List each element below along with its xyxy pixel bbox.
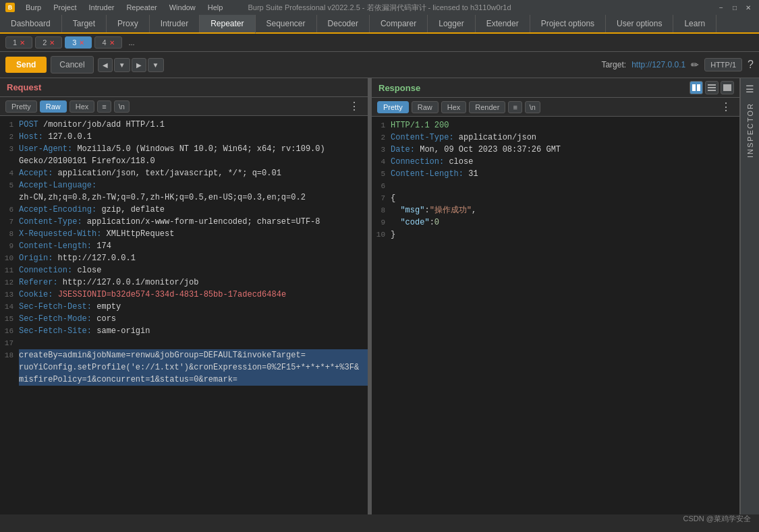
response-render-button[interactable]: Render xyxy=(469,101,505,113)
menu-intruder[interactable]: Intruder xyxy=(84,2,120,13)
cancel-button[interactable]: Cancel xyxy=(51,56,93,73)
request-follow-redirect-button[interactable]: ≡ xyxy=(97,100,111,113)
right-sidebar: ☰ INSPECTOR xyxy=(740,78,759,514)
close-tab-4-icon[interactable]: ✕ xyxy=(109,39,115,47)
request-newline-button[interactable]: \n xyxy=(114,100,130,113)
app-title: Burp Suite Professional v2022.2.5 - 若依漏洞… xyxy=(248,3,511,13)
request-hex-button[interactable]: Hex xyxy=(69,100,95,113)
request-panel-header: Request xyxy=(0,78,368,97)
request-line-18c: misfirePolicy=1&concurrent=1&status=0&re… xyxy=(0,374,368,386)
response-line-9: 9 "code":0 xyxy=(372,216,739,229)
prev-down-arrow-button[interactable]: ▼ xyxy=(114,58,130,72)
maximize-button[interactable]: □ xyxy=(729,2,740,13)
inspector-label[interactable]: INSPECTOR xyxy=(746,102,754,158)
tab-user-options[interactable]: User options xyxy=(606,15,673,32)
request-line-5: 5 Accept-Language: xyxy=(0,179,368,191)
request-more-options-icon[interactable]: ⋮ xyxy=(346,100,362,113)
svg-rect-2 xyxy=(708,84,716,86)
response-follow-button[interactable]: ≡ xyxy=(508,101,522,113)
title-bar-left: B Burp Project Intruder Repeater Window … xyxy=(5,2,228,13)
request-line-12: 12 Referer: http://127.0.0.1/monitor/job xyxy=(0,276,368,289)
inspector-toggle-icon[interactable]: ☰ xyxy=(746,84,754,94)
response-pretty-button[interactable]: Pretty xyxy=(377,101,409,113)
tab-repeater[interactable]: Repeater xyxy=(200,15,255,34)
send-button[interactable]: Send xyxy=(5,57,47,73)
response-code-area[interactable]: 1 HTTP/1.1 200 2 Content-Type: applicati… xyxy=(372,117,739,514)
close-tab-3-icon[interactable]: ✕ xyxy=(79,39,84,47)
menu-bar: Burp Project Intruder Repeater Window He… xyxy=(20,2,228,13)
request-pretty-button[interactable]: Pretty xyxy=(5,100,37,113)
svg-rect-5 xyxy=(723,84,731,91)
request-line-3: 3 User-Agent: Mozilla/5.0 (Windows NT 10… xyxy=(0,143,368,155)
tab-intruder[interactable]: Intruder xyxy=(150,15,200,32)
svg-rect-0 xyxy=(692,84,696,91)
response-line-6: 6 xyxy=(372,180,739,192)
request-line-17: 17 xyxy=(0,337,368,349)
menu-window[interactable]: Window xyxy=(164,2,201,13)
request-line-18b: ruoYiConfig.setProfile('e://1.txt')&cron… xyxy=(0,361,368,374)
minimize-button[interactable]: − xyxy=(716,2,727,13)
request-line-9: 9 Content-Length: 174 xyxy=(0,240,368,252)
request-line-1: 1 POST /monitor/job/add HTTP/1.1 xyxy=(0,119,368,131)
tab-logger[interactable]: Logger xyxy=(428,15,475,32)
response-line-5: 5 Content-Length: 31 xyxy=(372,168,739,180)
window-controls: − □ ✕ xyxy=(716,2,754,13)
repeater-tab-2[interactable]: 2 ✕ xyxy=(35,36,62,49)
toolbar: Send Cancel ◀ ▼ ▶ ▼ Target: http://127.0… xyxy=(0,52,759,78)
response-raw-button[interactable]: Raw xyxy=(412,101,439,113)
tab-learn[interactable]: Learn xyxy=(673,15,716,32)
request-line-16: 16 Sec-Fetch-Site: same-origin xyxy=(0,325,368,337)
tab-proxy[interactable]: Proxy xyxy=(107,15,150,32)
repeater-tab-1[interactable]: 1 ✕ xyxy=(5,36,32,49)
request-line-7: 7 Content-Type: application/x-www-form-u… xyxy=(0,216,368,228)
title-bar: B Burp Project Intruder Repeater Window … xyxy=(0,0,759,15)
watermark: CSDN @菜鸡学安全 xyxy=(683,514,751,524)
more-tabs-button[interactable]: ... xyxy=(125,37,139,48)
request-line-15: 15 Sec-Fetch-Mode: cors xyxy=(0,313,368,325)
request-line-13: 13 Cookie: JSESSIONID=b32de574-334d-4831… xyxy=(0,289,368,301)
request-code-area[interactable]: 1 POST /monitor/job/add HTTP/1.1 2 Host:… xyxy=(0,116,368,514)
tab-dashboard[interactable]: Dashboard xyxy=(0,15,62,32)
target-url: http://127.0.0.1 xyxy=(631,60,685,69)
close-tab-2-icon[interactable]: ✕ xyxy=(49,39,55,47)
response-view-block-icon[interactable] xyxy=(721,81,734,94)
next-arrow-button[interactable]: ▶ xyxy=(132,58,146,72)
response-line-4: 4 Connection: close xyxy=(372,156,739,168)
request-line-8: 8 X-Requested-With: XMLHttpRequest xyxy=(0,228,368,240)
main-content: Request Pretty Raw Hex ≡ \n ⋮ 1 POST /mo… xyxy=(0,78,759,514)
tab-comparer[interactable]: Comparer xyxy=(370,15,428,32)
tab-project-options[interactable]: Project options xyxy=(530,15,606,32)
request-raw-button[interactable]: Raw xyxy=(40,100,67,113)
tab-decoder[interactable]: Decoder xyxy=(317,15,370,32)
svg-rect-4 xyxy=(708,90,716,91)
prev-arrow-button[interactable]: ◀ xyxy=(98,58,113,72)
menu-help[interactable]: Help xyxy=(202,2,229,13)
response-line-8: 8 "msg":"操作成功", xyxy=(372,204,739,216)
svg-rect-3 xyxy=(708,87,716,88)
response-view-split-icon[interactable] xyxy=(690,81,703,94)
menu-burp[interactable]: Burp xyxy=(20,2,47,13)
response-line-2: 2 Content-Type: application/json xyxy=(372,131,739,144)
repeater-tabs: 1 ✕ 2 ✕ 3 ✕ 4 ✕ ... xyxy=(0,34,759,52)
repeater-tab-4[interactable]: 4 ✕ xyxy=(94,36,121,49)
http-version-selector[interactable]: HTTP/1 xyxy=(704,58,742,71)
response-panel-header: Response xyxy=(372,79,427,97)
response-hex-button[interactable]: Hex xyxy=(441,101,467,113)
response-newline-button[interactable]: \n xyxy=(525,101,540,113)
tab-target[interactable]: Target xyxy=(62,15,107,32)
menu-repeater[interactable]: Repeater xyxy=(121,2,162,13)
close-button[interactable]: ✕ xyxy=(743,2,754,13)
help-icon[interactable]: ? xyxy=(748,59,754,71)
response-more-options-icon[interactable]: ⋮ xyxy=(718,100,734,113)
nav-arrows: ◀ ▼ ▶ ▼ xyxy=(98,58,164,72)
edit-icon[interactable]: ✏ xyxy=(691,59,699,70)
response-line-3: 3 Date: Mon, 09 Oct 2023 08:37:26 GMT xyxy=(372,144,739,156)
repeater-tab-3[interactable]: 3 ✕ xyxy=(65,36,92,49)
response-view-list-icon[interactable] xyxy=(705,81,719,94)
close-tab-1-icon[interactable]: ✕ xyxy=(20,39,25,47)
next-down-arrow-button[interactable]: ▼ xyxy=(148,58,164,72)
tab-extender[interactable]: Extender xyxy=(476,15,530,32)
menu-project[interactable]: Project xyxy=(48,2,82,13)
request-line-2: 2 Host: 127.0.0.1 xyxy=(0,131,368,143)
tab-sequencer[interactable]: Sequencer xyxy=(256,15,317,32)
